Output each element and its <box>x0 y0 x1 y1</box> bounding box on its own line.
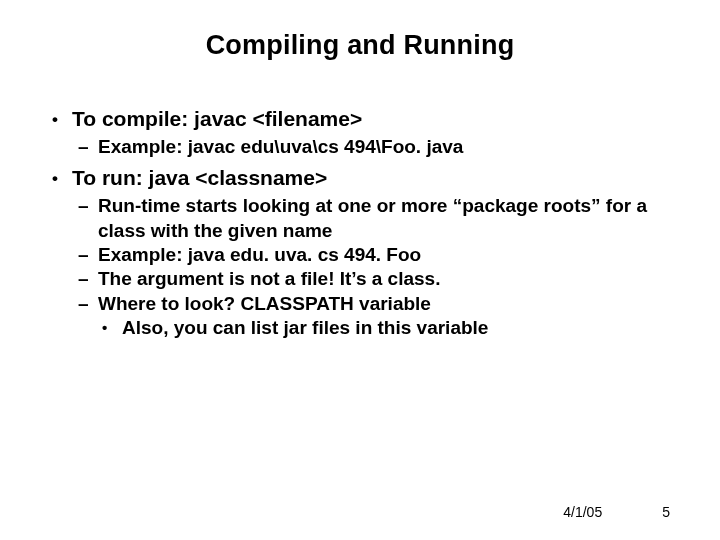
bullet-item: • To compile: javac <filename> – Example… <box>50 106 670 159</box>
bullet-item: • To run: java <classname> – Run-time st… <box>50 165 670 340</box>
sub-bullet-text: Example: java edu. uva. cs 494. Foo <box>98 243 670 267</box>
sub-bullet-item: – Run-time starts looking at one or more… <box>78 194 670 243</box>
slide-footer: 4/1/05 5 <box>563 504 670 520</box>
sub-bullet-text: Example: javac edu\uva\cs 494\Foo. java <box>98 135 670 159</box>
bullet-dot-icon: • <box>50 106 72 133</box>
sub-bullet-item: – The argument is not a file! It’s a cla… <box>78 267 670 291</box>
bullet-text: To run: java <classname> <box>72 165 670 192</box>
subsub-bullet-text: Also, you can list jar files in this var… <box>122 316 488 340</box>
sub-bullet-item: – Example: javac edu\uva\cs 494\Foo. jav… <box>78 135 670 159</box>
dash-icon: – <box>78 135 98 159</box>
slide-body: • To compile: javac <filename> – Example… <box>50 106 670 340</box>
dash-icon: – <box>78 292 98 316</box>
sub-bullet-item: – Example: java edu. uva. cs 494. Foo <box>78 243 670 267</box>
slide: Compiling and Running • To compile: java… <box>0 0 720 540</box>
sub-bullet-text: Where to look? CLASSPATH variable <box>98 292 670 316</box>
bullet-text: To compile: javac <filename> <box>72 106 670 133</box>
footer-page-number: 5 <box>662 504 670 520</box>
bullet-dot-icon: • <box>50 165 72 192</box>
sub-bullet-text: Run-time starts looking at one or more “… <box>98 194 670 243</box>
slide-title: Compiling and Running <box>50 30 670 61</box>
sub-bullet-item: – Where to look? CLASSPATH variable • Al… <box>78 292 670 341</box>
dash-icon: – <box>78 243 98 267</box>
dash-icon: – <box>78 267 98 291</box>
bullet-dot-icon: • <box>102 316 122 340</box>
subsub-bullet-item: • Also, you can list jar files in this v… <box>102 316 670 340</box>
dash-icon: – <box>78 194 98 218</box>
sub-bullet-text: The argument is not a file! It’s a class… <box>98 267 670 291</box>
footer-date: 4/1/05 <box>563 504 602 520</box>
